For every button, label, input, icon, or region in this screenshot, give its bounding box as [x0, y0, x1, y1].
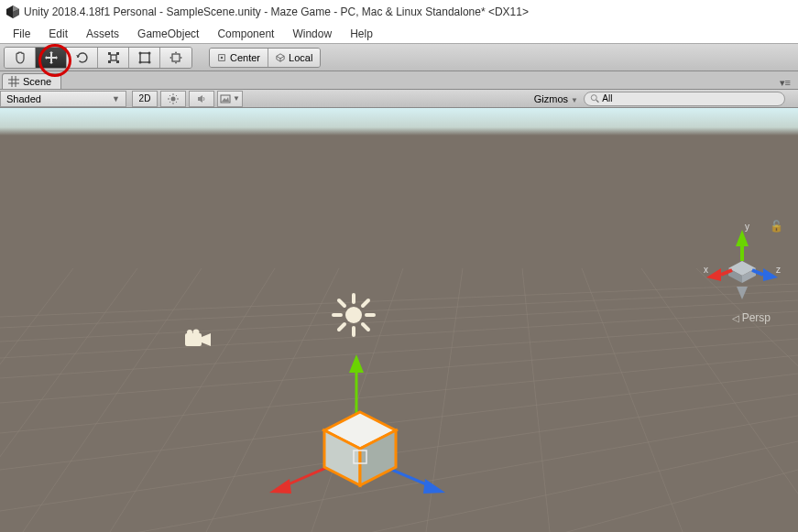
svg-rect-6 [116, 52, 119, 55]
svg-line-48 [582, 268, 683, 532]
menu-file[interactable]: File [4, 26, 39, 42]
space-label: Local [289, 52, 312, 63]
lock-icon[interactable]: 🔓 [770, 220, 783, 233]
svg-marker-27 [222, 97, 229, 102]
svg-line-22 [169, 95, 170, 96]
svg-line-23 [176, 102, 177, 103]
svg-marker-65 [349, 354, 364, 373]
svg-marker-83 [737, 287, 748, 299]
svg-line-62 [339, 324, 344, 330]
orientation-gizmo[interactable]: x y z [701, 223, 783, 305]
svg-rect-7 [108, 60, 111, 63]
svg-point-11 [148, 51, 150, 54]
axis-y-label: y [745, 223, 749, 232]
gizmos-label: Gizmos [534, 93, 568, 104]
menu-edit[interactable]: Edit [39, 26, 77, 42]
speaker-icon [196, 93, 207, 104]
tab-options-button[interactable]: ▾≡ [780, 77, 798, 89]
scene-viewport[interactable]: x y z 🔓 ◁Persp [0, 108, 798, 532]
picture-icon [220, 93, 231, 104]
svg-marker-3 [76, 55, 80, 58]
chevron-left-icon: ◁ [732, 313, 739, 323]
svg-point-13 [148, 60, 150, 63]
svg-marker-67 [269, 479, 291, 494]
audio-toggle[interactable] [189, 91, 214, 107]
svg-line-24 [169, 102, 170, 103]
svg-marker-77 [736, 230, 749, 246]
2d-label: 2D [139, 93, 151, 103]
transform-tool-group [4, 47, 192, 69]
light-gizmo-icon [330, 291, 377, 339]
svg-line-63 [363, 300, 368, 306]
svg-line-61 [363, 324, 368, 330]
menu-assets[interactable]: Assets [77, 26, 128, 42]
gizmos-dropdown[interactable]: Gizmos ▼ [529, 93, 584, 104]
scene-toolbar: Shaded ▼ 2D ▼ Gizmos ▼ [0, 90, 798, 108]
svg-line-29 [596, 100, 599, 103]
svg-line-50 [696, 268, 798, 532]
move-icon [44, 50, 59, 65]
main-toolbar: Center Local [0, 44, 798, 71]
chevron-down-icon: ▼ [233, 94, 240, 103]
tab-bar: Scene ▾≡ [0, 71, 798, 90]
hand-icon [13, 50, 27, 65]
selected-cube[interactable] [319, 407, 401, 489]
svg-line-43 [110, 268, 275, 532]
svg-line-60 [339, 300, 344, 306]
menu-bar: File Edit Assets GameObject Component Wi… [0, 24, 798, 44]
rotate-icon [75, 50, 90, 65]
scale-icon [106, 50, 121, 65]
svg-point-10 [138, 51, 141, 54]
axis-x-label: x [704, 265, 708, 275]
space-icon [276, 53, 285, 62]
chevron-down-icon: ▼ [112, 94, 120, 103]
shading-dropdown[interactable]: Shaded ▼ [0, 91, 126, 107]
pivot-toggle[interactable]: Center [210, 49, 268, 67]
search-input[interactable] [602, 93, 779, 103]
unity-logo-icon [5, 5, 20, 19]
fx-dropdown[interactable]: ▼ [217, 91, 243, 107]
svg-rect-14 [172, 54, 180, 61]
menu-component[interactable]: Component [208, 26, 283, 42]
scene-tab-icon [8, 76, 19, 87]
pivot-space-group: Center Local [209, 48, 321, 68]
svg-rect-9 [140, 53, 149, 62]
title-bar: Unity 2018.4.18f1 Personal - SampleScene… [0, 0, 798, 24]
menu-gameobject[interactable]: GameObject [128, 26, 208, 42]
search-icon [590, 93, 599, 103]
rect-tool[interactable] [129, 48, 160, 68]
sun-small-icon [168, 93, 179, 104]
projection-label[interactable]: ◁Persp [732, 311, 771, 324]
svg-point-16 [221, 56, 224, 59]
shading-label: Shaded [6, 93, 41, 104]
space-toggle[interactable]: Local [268, 49, 320, 67]
svg-line-49 [641, 268, 798, 532]
pivot-label: Center [230, 52, 260, 63]
scene-tab-label: Scene [23, 76, 51, 87]
scene-tab[interactable]: Scene [2, 73, 61, 89]
svg-point-55 [345, 307, 362, 323]
svg-point-54 [193, 330, 200, 336]
svg-rect-4 [111, 55, 116, 60]
2d-toggle[interactable]: 2D [132, 91, 158, 107]
svg-line-47 [522, 268, 550, 532]
scene-search[interactable] [584, 92, 785, 106]
camera-gizmo-icon [183, 328, 214, 350]
svg-line-51 [0, 268, 137, 532]
svg-line-39 [0, 300, 798, 342]
scale-tool[interactable] [98, 48, 129, 68]
axis-z-label: z [776, 265, 781, 275]
menu-help[interactable]: Help [341, 26, 382, 42]
move-tool[interactable] [36, 48, 67, 68]
svg-line-42 [23, 268, 202, 532]
transform-tool[interactable] [160, 48, 191, 68]
menu-window[interactable]: Window [283, 26, 341, 42]
chevron-down-icon: ▼ [571, 96, 578, 104]
svg-line-41 [0, 284, 798, 317]
rotate-tool[interactable] [67, 48, 98, 68]
hand-tool[interactable] [5, 48, 36, 68]
window-title: Unity 2018.4.18f1 Personal - SampleScene… [24, 5, 529, 18]
svg-point-28 [591, 95, 596, 101]
lighting-toggle[interactable] [160, 91, 186, 107]
svg-marker-69 [423, 479, 445, 494]
